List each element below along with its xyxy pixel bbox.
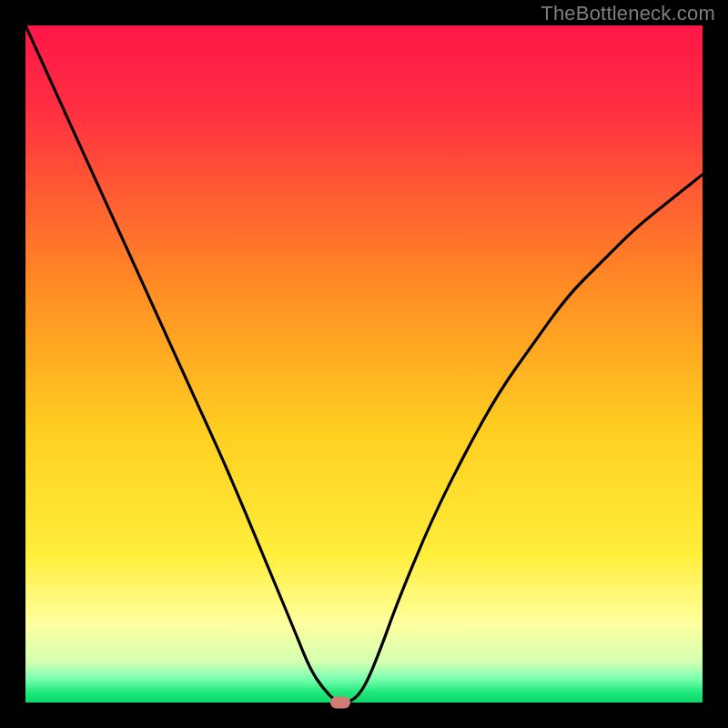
- chart-frame: TheBottleneck.com: [0, 0, 728, 728]
- curve-layer: [25, 25, 703, 703]
- bottleneck-curve: [25, 25, 703, 703]
- bottleneck-marker: [330, 697, 350, 709]
- watermark-text: TheBottleneck.com: [541, 2, 715, 25]
- plot-area: [25, 25, 703, 703]
